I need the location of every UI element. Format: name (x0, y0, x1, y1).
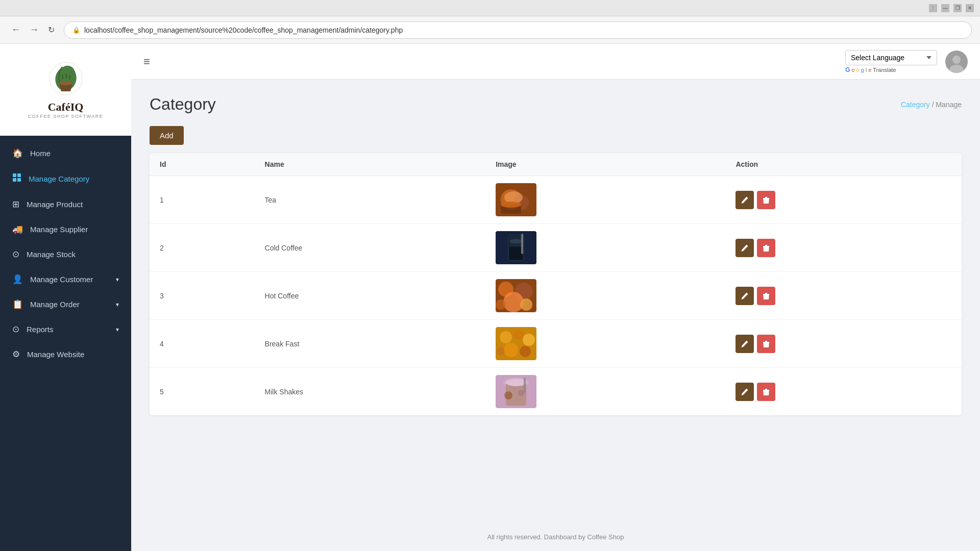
nav-arrows: ← → ↻ (8, 22, 58, 37)
main-area: ≡ Select LanguageEnglishSpanishFrenchGer… (131, 44, 980, 551)
svg-point-1 (59, 81, 72, 85)
order-chevron-icon: ▾ (116, 301, 119, 308)
svg-point-41 (518, 390, 524, 396)
browser-bar: ← → ↻ 🔒 localhost/coffee_shop_management… (0, 16, 980, 44)
table-row: 2 Cold Coffee (150, 224, 962, 272)
delete-button-3[interactable] (757, 287, 775, 305)
category-table-wrapper: Id Name Image Action 1 Tea (150, 153, 962, 415)
cell-name-2: Cold Coffee (255, 224, 486, 272)
customer-icon: 👤 (12, 274, 23, 285)
sidebar-item-manage-order-label: Manage Order (30, 300, 80, 309)
page-content: Category Category / Manage Add Id Name I… (131, 80, 980, 523)
sidebar-item-manage-category-label: Manage Category (29, 174, 89, 183)
svg-point-33 (520, 346, 531, 357)
cell-name-3: Hot Coffee (255, 272, 486, 320)
sidebar-item-reports-label: Reports (27, 325, 54, 334)
table-row: 4 Break Fast (150, 320, 962, 368)
category-image-1 (496, 183, 536, 216)
action-buttons-4 (736, 335, 951, 353)
cell-id-3: 3 (150, 272, 255, 320)
cell-image-2 (485, 224, 725, 272)
delete-button-4[interactable] (757, 335, 775, 353)
page-header: Category Category / Manage (150, 95, 962, 114)
action-buttons-2 (736, 239, 951, 257)
svg-point-25 (503, 292, 524, 312)
add-button[interactable]: Add (150, 126, 184, 145)
reports-chevron-icon: ▾ (116, 326, 119, 333)
cell-name-5: Milk Shakes (255, 368, 486, 416)
sidebar-item-manage-product-label: Manage Product (27, 200, 83, 209)
home-icon: 🏠 (12, 148, 23, 159)
category-image-2 (496, 231, 536, 264)
sidebar-logo: CaféIQ Coffee Shop Software (0, 44, 131, 136)
sidebar-item-manage-stock[interactable]: ⊙ Manage Stock (0, 242, 131, 267)
app-wrapper: CaféIQ Coffee Shop Software 🏠 Home Manag… (0, 44, 980, 551)
svg-point-7 (952, 56, 961, 64)
sidebar-item-manage-website[interactable]: ⚙ Manage Website (0, 342, 131, 367)
delete-button-5[interactable] (757, 383, 775, 401)
sidebar-item-manage-customer[interactable]: 👤 Manage Customer ▾ (0, 267, 131, 292)
edit-button-5[interactable] (736, 383, 754, 401)
back-button[interactable]: ← (8, 22, 23, 37)
col-image: Image (485, 153, 725, 176)
svg-point-14 (501, 202, 521, 208)
sidebar-item-manage-customer-label: Manage Customer (30, 275, 93, 284)
svg-point-27 (496, 299, 506, 310)
svg-point-34 (497, 347, 505, 356)
edit-button-4[interactable] (736, 335, 754, 353)
cell-id-1: 1 (150, 176, 255, 224)
sidebar-item-manage-stock-label: Manage Stock (27, 250, 76, 259)
category-image-4 (496, 327, 536, 360)
svg-point-40 (504, 391, 512, 399)
svg-point-20 (509, 239, 523, 243)
edit-button-1[interactable] (736, 191, 754, 209)
order-icon: 📋 (12, 299, 23, 310)
sidebar-item-manage-supplier-label: Manage Supplier (30, 225, 88, 234)
product-icon: ⊞ (12, 199, 19, 210)
avatar[interactable] (945, 51, 968, 73)
sidebar-item-manage-product[interactable]: ⊞ Manage Product (0, 192, 131, 217)
more-button[interactable]: ⋮ (929, 4, 937, 12)
delete-button-2[interactable] (757, 239, 775, 257)
customer-chevron-icon: ▾ (116, 276, 119, 283)
col-id: Id (150, 153, 255, 176)
svg-rect-5 (17, 178, 21, 182)
address-bar[interactable]: 🔒 localhost/coffee_shop_management/sourc… (64, 21, 972, 39)
table-row: 1 Tea (150, 176, 962, 224)
cell-image-4 (485, 320, 725, 368)
breadcrumb-link[interactable]: Category (901, 101, 930, 109)
hamburger-button[interactable]: ≡ (143, 55, 150, 68)
table-row: 3 Hot Coffee (150, 272, 962, 320)
edit-button-2[interactable] (736, 239, 754, 257)
cell-action-3 (725, 272, 962, 320)
category-icon (12, 173, 21, 185)
stock-icon: ⊙ (12, 249, 19, 260)
page-title: Category (150, 95, 216, 114)
cell-action-4 (725, 320, 962, 368)
cell-image-1 (485, 176, 725, 224)
sidebar-item-home[interactable]: 🏠 Home (0, 141, 131, 166)
delete-button-1[interactable] (757, 191, 775, 209)
website-icon: ⚙ (12, 349, 20, 360)
minimize-button[interactable]: — (941, 4, 949, 12)
sidebar-item-manage-category[interactable]: Manage Category (0, 166, 131, 192)
cell-image-3 (485, 272, 725, 320)
maximize-button[interactable]: ❐ (953, 4, 962, 12)
language-select[interactable]: Select LanguageEnglishSpanishFrenchGerma… (845, 50, 937, 65)
lock-icon: 🔒 (72, 27, 80, 34)
logo-sub: Coffee Shop Software (28, 114, 104, 119)
svg-point-30 (513, 330, 524, 340)
sidebar-item-reports[interactable]: ⊙ Reports ▾ (0, 317, 131, 342)
close-button[interactable]: ✕ (966, 4, 974, 12)
cell-id-2: 2 (150, 224, 255, 272)
sidebar-item-manage-order[interactable]: 📋 Manage Order ▾ (0, 292, 131, 317)
forward-button[interactable]: → (27, 22, 42, 37)
cell-image-5 (485, 368, 725, 416)
svg-rect-19 (509, 247, 523, 260)
reload-button[interactable]: ↻ (45, 22, 58, 37)
supplier-icon: 🚚 (12, 224, 23, 235)
edit-button-3[interactable] (736, 287, 754, 305)
category-image-5 (496, 375, 536, 408)
sidebar-item-manage-supplier[interactable]: 🚚 Manage Supplier (0, 217, 131, 242)
cell-id-5: 5 (150, 368, 255, 416)
